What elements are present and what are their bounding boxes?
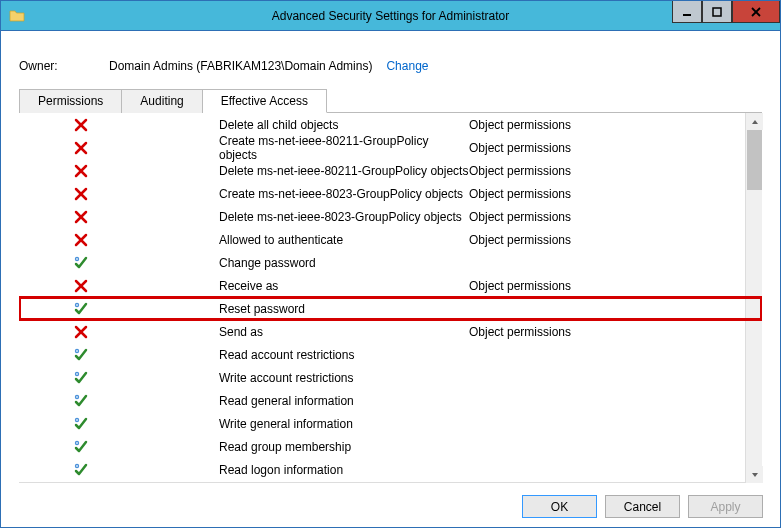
permission-row[interactable]: Reset password [19, 297, 762, 320]
svg-point-21 [76, 304, 78, 306]
svg-point-35 [76, 465, 78, 467]
permission-row[interactable]: Write account restrictions [19, 366, 762, 389]
window-controls [672, 1, 780, 23]
permission-access-limited-by: Object permissions [469, 187, 762, 201]
permission-row[interactable]: Write general information [19, 412, 762, 435]
deny-icon [73, 186, 89, 202]
allow-icon [73, 255, 89, 271]
permission-name: Delete ms-net-ieee-80211-GroupPolicy obj… [219, 164, 469, 178]
permission-row[interactable]: Read logon information [19, 458, 762, 481]
permission-row[interactable]: Read account restrictions [19, 343, 762, 366]
owner-change-link[interactable]: Change [386, 59, 428, 73]
permission-name: Read group membership [219, 440, 469, 454]
permission-row[interactable]: Read group membership [19, 435, 762, 458]
deny-icon [73, 209, 89, 225]
permission-name: Read account restrictions [219, 348, 469, 362]
window-title: Advanced Security Settings for Administr… [1, 9, 780, 23]
permission-name: Allowed to authenticate [219, 233, 469, 247]
permission-name: Write general information [219, 417, 469, 431]
permission-access-limited-by: Object permissions [469, 233, 762, 247]
permission-access-limited-by: Object permissions [469, 325, 762, 339]
titlebar: Advanced Security Settings for Administr… [1, 1, 780, 31]
tab-permissions[interactable]: Permissions [19, 89, 122, 113]
permission-row[interactable]: Send asObject permissions [19, 320, 762, 343]
permission-row[interactable]: Change password [19, 251, 762, 274]
allow-icon [73, 439, 89, 455]
scroll-up-button[interactable] [746, 113, 763, 130]
svg-point-31 [76, 419, 78, 421]
dialog-content: Owner: Domain Admins (FABRIKAM123\Domain… [1, 31, 780, 483]
permission-name: Reset password [219, 302, 469, 316]
allow-icon [73, 416, 89, 432]
deny-icon [73, 117, 89, 133]
permissions-list-container: Delete all child objectsObject permissio… [19, 113, 762, 483]
minimize-button[interactable] [672, 1, 702, 23]
permission-row[interactable]: Delete ms-net-ieee-8023-GroupPolicy obje… [19, 205, 762, 228]
svg-point-17 [76, 258, 78, 260]
allow-icon [73, 301, 89, 317]
permission-row[interactable]: Create ms-net-ieee-80211-GroupPolicy obj… [19, 136, 762, 159]
permission-access-limited-by: Object permissions [469, 118, 762, 132]
tab-effective-access[interactable]: Effective Access [203, 89, 327, 113]
svg-point-29 [76, 396, 78, 398]
deny-icon [73, 324, 89, 340]
permission-name: Delete ms-net-ieee-8023-GroupPolicy obje… [219, 210, 469, 224]
permission-access-limited-by: Object permissions [469, 279, 762, 293]
scrollbar-thumb[interactable] [747, 130, 762, 190]
dialog-button-bar: OK Cancel Apply [522, 495, 763, 518]
permission-name: Receive as [219, 279, 469, 293]
deny-icon [73, 163, 89, 179]
deny-icon [73, 278, 89, 294]
svg-point-25 [76, 350, 78, 352]
permission-access-limited-by: Object permissions [469, 164, 762, 178]
permission-row[interactable]: Create ms-net-ieee-8023-GroupPolicy obje… [19, 182, 762, 205]
svg-rect-1 [713, 8, 721, 16]
tab-strip: PermissionsAuditingEffective Access [19, 89, 762, 113]
permission-row[interactable]: Receive asObject permissions [19, 274, 762, 297]
permission-name: Create ms-net-ieee-8023-GroupPolicy obje… [219, 187, 469, 201]
apply-button: Apply [688, 495, 763, 518]
permission-row[interactable]: Allowed to authenticateObject permission… [19, 228, 762, 251]
allow-icon [73, 347, 89, 363]
permission-access-limited-by: Object permissions [469, 141, 762, 155]
permission-row[interactable]: Read general information [19, 389, 762, 412]
close-button[interactable] [732, 1, 780, 23]
allow-icon [73, 370, 89, 386]
permission-name: Read general information [219, 394, 469, 408]
owner-value: Domain Admins (FABRIKAM123\Domain Admins… [109, 59, 372, 73]
cancel-button[interactable]: Cancel [605, 495, 680, 518]
permission-name: Write account restrictions [219, 371, 469, 385]
maximize-button[interactable] [702, 1, 732, 23]
owner-label: Owner: [19, 59, 109, 73]
allow-icon [73, 393, 89, 409]
permission-name: Delete all child objects [219, 118, 469, 132]
permission-name: Create ms-net-ieee-80211-GroupPolicy obj… [219, 134, 469, 162]
folder-icon [9, 8, 25, 24]
scroll-down-button[interactable] [746, 466, 763, 483]
deny-icon [73, 232, 89, 248]
owner-row: Owner: Domain Admins (FABRIKAM123\Domain… [19, 59, 762, 73]
permission-access-limited-by: Object permissions [469, 210, 762, 224]
permission-name: Send as [219, 325, 469, 339]
permission-name: Read logon information [219, 463, 469, 477]
tab-auditing[interactable]: Auditing [122, 89, 202, 113]
svg-point-33 [76, 442, 78, 444]
ok-button[interactable]: OK [522, 495, 597, 518]
permissions-list: Delete all child objectsObject permissio… [19, 113, 762, 483]
svg-point-27 [76, 373, 78, 375]
deny-icon [73, 140, 89, 156]
svg-rect-0 [683, 14, 691, 16]
permission-name: Change password [219, 256, 469, 270]
allow-icon [73, 462, 89, 478]
permission-row[interactable]: Delete ms-net-ieee-80211-GroupPolicy obj… [19, 159, 762, 182]
